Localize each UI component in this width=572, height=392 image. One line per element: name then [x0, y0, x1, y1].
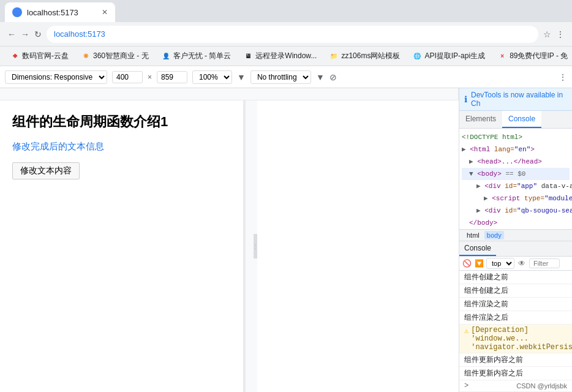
html-line-app: ▶ <div id="app" data-v-app — [462, 180, 570, 192]
bookmark-6-label: API提取IP-api生成 — [424, 51, 485, 61]
bookmark-3-label: 客户无忧 - 简单云 — [173, 51, 231, 61]
console-log: 组件创建之前 组件创建之后 组件渲染之前 组件渲染之后 ⚠ [Deprecati… — [459, 271, 572, 392]
watermark: CSDN @yrldjsbk — [516, 382, 567, 390]
bookmark-1-label: 数码官网-云盘 — [22, 51, 69, 61]
console-line-3: 组件渲染之前 — [459, 298, 572, 311]
devtools-toolbar: Dimensions: Responsive × 100% ▼ No throt… — [0, 66, 572, 88]
console-section: Console 🚫 🔽 top 👁 组件创建之前 组件创建 — [459, 241, 572, 392]
forward-icon[interactable]: → — [21, 29, 29, 39]
bookmark-icon[interactable]: ☆ — [543, 29, 551, 39]
page-text: 修改完成后的文本信息 — [12, 141, 231, 153]
devtools-panel: ℹ DevTools is now available in Ch Elemen… — [459, 88, 572, 392]
tab-bar: localhost:5173 ✕ — [0, 0, 572, 22]
bookmark-4-icon: 🖥 — [243, 51, 253, 61]
ruler-handle[interactable]: ⋮ — [254, 234, 257, 258]
console-line-warning: ⚠ [Deprecation] 'window.we... 'navigator… — [459, 325, 572, 353]
bookmark-6[interactable]: 🌐 API提取IP-api生成 — [407, 48, 490, 64]
top-select[interactable]: top — [486, 258, 514, 269]
tab-favicon — [12, 7, 22, 17]
refresh-icon[interactable]: ↻ — [34, 29, 42, 39]
bookmark-5-label: zz106ms网站模板 — [341, 51, 400, 61]
active-tab[interactable]: localhost:5173 ✕ — [5, 2, 115, 22]
bookmark-2-label: 360智慧商业 - 无 — [93, 51, 149, 61]
console-tabs: Console — [459, 241, 572, 257]
throttle-dropdown-icon[interactable]: ▼ — [316, 72, 325, 82]
viewport-ruler — [0, 88, 459, 100]
console-tab[interactable]: Console — [459, 241, 496, 256]
devtools-notification-bar: ℹ DevTools is now available in Ch — [459, 88, 572, 111]
bookmark-1[interactable]: ❖ 数码官网-云盘 — [5, 48, 73, 64]
bookmark-6-icon: 🌐 — [412, 51, 422, 61]
console-line-6: 组件更新内容之后 — [459, 367, 572, 380]
html-line-qb: ▶ <div id="qb-sougou-sear — [462, 205, 570, 217]
tag-body[interactable]: body — [484, 231, 504, 239]
bookmark-7[interactable]: × 89免费代理IP - 免 — [492, 48, 572, 64]
filter-console-icon[interactable]: 🔽 — [474, 258, 484, 268]
modify-button[interactable]: 修改文本内容 — [12, 162, 80, 179]
page-title: 组件的生命周期函数介绍1 — [12, 113, 231, 131]
height-input[interactable] — [157, 71, 187, 83]
console-line-2: 组件创建之后 — [459, 284, 572, 298]
bookmark-7-icon: × — [497, 51, 507, 61]
html-expand-arrow[interactable]: ▶ — [462, 146, 466, 153]
bookmark-2-icon: ❊ — [81, 51, 91, 61]
notification-text: DevTools is now available in Ch — [471, 91, 567, 108]
throttle-select[interactable]: No throttling — [250, 70, 311, 84]
zoom-select[interactable]: 100% — [192, 70, 232, 84]
back-icon[interactable]: ← — [7, 29, 16, 39]
console-line-4: 组件渲染之后 — [459, 311, 572, 325]
html-line-body[interactable]: ▼ <body> == $0 — [462, 168, 570, 180]
console-prompt: > — [464, 382, 469, 390]
bookmark-2[interactable]: ❊ 360智慧商业 - 无 — [76, 48, 154, 64]
bookmark-1-icon: ❖ — [10, 51, 20, 61]
elements-panel: <!DOCTYPE html> ▶ <html lang="en"> ▶ <he… — [459, 129, 572, 229]
viewport-content-area: 组件的生命周期函数介绍1 修改完成后的文本信息 修改文本内容 ⋮ — [0, 100, 459, 392]
warning-icon: ⚠ — [464, 326, 469, 336]
html-line-script: ▶ <script type="module" s — [462, 192, 570, 205]
bookmark-3[interactable]: 👤 客户无忧 - 简单云 — [156, 48, 236, 64]
html-line-doctype: <!DOCTYPE html> — [462, 131, 570, 143]
bottom-tag-bar: html body — [459, 229, 572, 241]
address-input[interactable] — [47, 26, 538, 43]
filter-input[interactable] — [529, 258, 560, 268]
viewport-content: 组件的生命周期函数介绍1 修改完成后的文本信息 修改文本内容 — [0, 100, 245, 392]
console-line-5: 组件更新内容之前 — [459, 353, 572, 367]
console-line-1: 组件创建之前 — [459, 271, 572, 284]
main-area: 组件的生命周期函数介绍1 修改完成后的文本信息 修改文本内容 ⋮ ℹ DevTo… — [0, 88, 572, 392]
tab-console[interactable]: Console — [502, 111, 541, 128]
clear-console-icon[interactable]: 🚫 — [462, 258, 472, 268]
width-input[interactable] — [112, 71, 143, 83]
block-icon[interactable]: ⊘ — [329, 72, 337, 82]
bookmark-4-label: 远程登录Window... — [255, 51, 317, 61]
address-bar: ← → ↻ ☆ ⋮ — [0, 22, 572, 47]
bookmark-5[interactable]: 📁 zz106ms网站模板 — [324, 48, 405, 64]
viewport: 组件的生命周期函数介绍1 修改完成后的文本信息 修改文本内容 ⋮ — [0, 88, 459, 392]
tag-html[interactable]: html — [464, 231, 482, 239]
html-line-html: ▶ <html lang="en"> — [462, 143, 570, 156]
html-line-head: ▶ <head>...</head> — [462, 156, 570, 168]
bookmark-7-label: 89免费代理IP - 免 — [510, 51, 568, 61]
tab-elements[interactable]: Elements — [459, 111, 502, 128]
side-ruler: ⋮ — [245, 100, 257, 392]
browser-window: localhost:5173 ✕ ← → ↻ ☆ ⋮ ❖ 数码官网-云盘 ❊ 3… — [0, 0, 572, 392]
devtools-tabs: Elements Console — [459, 111, 572, 129]
zoom-dropdown-icon[interactable]: ▼ — [237, 72, 246, 82]
menu-icon[interactable]: ⋮ — [556, 29, 565, 39]
more-options-icon[interactable]: ⋮ — [559, 72, 567, 82]
bookmarks-bar: ❖ 数码官网-云盘 ❊ 360智慧商业 - 无 👤 客户无忧 - 简单云 🖥 远… — [0, 47, 572, 66]
eye-icon[interactable]: 👁 — [517, 258, 527, 268]
html-line-body-close: </body> — [462, 217, 570, 229]
tab-close-button[interactable]: ✕ — [102, 8, 108, 17]
console-toolbar: 🚫 🔽 top 👁 — [459, 257, 572, 271]
dimensions-select[interactable]: Dimensions: Responsive — [5, 70, 107, 84]
bookmark-5-icon: 📁 — [329, 51, 339, 61]
info-icon: ℹ — [464, 94, 467, 104]
bookmark-4[interactable]: 🖥 远程登录Window... — [238, 48, 322, 64]
bookmark-3-icon: 👤 — [161, 51, 171, 61]
tab-label: localhost:5173 — [27, 8, 78, 17]
